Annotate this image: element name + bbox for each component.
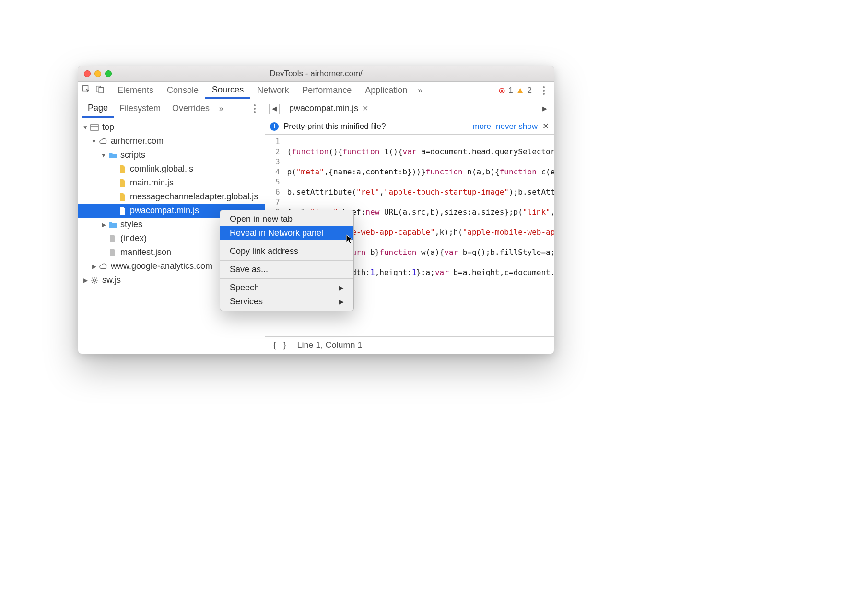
info-icon: i bbox=[270, 122, 279, 131]
ctx-services[interactable]: Services▶ bbox=[220, 295, 353, 309]
tree-domain-airhorner[interactable]: ▼ airhorner.com bbox=[78, 134, 265, 148]
warning-count[interactable]: 2 bbox=[528, 86, 532, 95]
frame-icon bbox=[90, 124, 99, 131]
tree-file-main[interactable]: main.min.js bbox=[78, 176, 265, 190]
tree-label: comlink.global.js bbox=[130, 164, 193, 174]
tabs-overflow-icon[interactable]: » bbox=[414, 82, 426, 99]
main-tab-list: Elements Console Sources Network Perform… bbox=[111, 82, 414, 99]
menu-separator bbox=[220, 278, 353, 279]
ctx-save-as[interactable]: Save as... bbox=[220, 263, 353, 276]
tree-label: styles bbox=[120, 219, 142, 230]
tree-folder-scripts[interactable]: ▼ scripts bbox=[78, 148, 265, 162]
tree-top-frame[interactable]: ▼ top bbox=[78, 120, 265, 134]
infobar-never-link[interactable]: never show bbox=[496, 122, 538, 131]
sidebar-tabs: Page Filesystem Overrides » bbox=[78, 99, 265, 118]
file-icon bbox=[108, 235, 117, 242]
js-file-icon bbox=[117, 207, 127, 215]
toolbar-icons bbox=[82, 82, 111, 99]
pretty-print-infobar: i Pretty-print this minified file? more … bbox=[265, 118, 554, 135]
expand-icon[interactable]: ▼ bbox=[82, 124, 89, 131]
infobar-text: Pretty-print this minified file? bbox=[283, 122, 386, 131]
sidebar-tab-page[interactable]: Page bbox=[82, 99, 114, 118]
nav-forward-icon[interactable]: ▶ bbox=[540, 104, 550, 114]
tree-label: top bbox=[102, 122, 114, 132]
sidebar-tab-filesystem[interactable]: Filesystem bbox=[114, 99, 166, 118]
close-icon[interactable]: ✕ bbox=[542, 121, 549, 131]
minimize-button[interactable] bbox=[94, 70, 101, 77]
expand-icon[interactable]: ▶ bbox=[91, 263, 97, 270]
ctx-copy-link[interactable]: Copy link address bbox=[220, 244, 353, 258]
svg-rect-2 bbox=[99, 87, 103, 93]
tree-label: airhorner.com bbox=[111, 136, 164, 146]
js-file-icon bbox=[117, 165, 127, 173]
cloud-icon bbox=[98, 263, 108, 270]
tree-label: messagechanneladapter.global.js bbox=[130, 192, 258, 202]
folder-icon bbox=[108, 221, 117, 229]
status-indicators: ⊗ 1 ▲ 2 bbox=[498, 82, 549, 99]
ctx-reveal-network[interactable]: Reveal in Network panel bbox=[220, 226, 353, 240]
main-tabs-bar: Elements Console Sources Network Perform… bbox=[78, 82, 554, 99]
expand-icon[interactable]: ▼ bbox=[91, 138, 97, 145]
ctx-speech[interactable]: Speech▶ bbox=[220, 281, 353, 295]
editor-tabs: ◀ pwacompat.min.js ✕ ▶ bbox=[265, 99, 554, 118]
file-icon bbox=[108, 249, 117, 256]
tab-console[interactable]: Console bbox=[160, 82, 205, 99]
infobar-more-link[interactable]: more bbox=[472, 122, 491, 131]
menu-separator bbox=[220, 242, 353, 242]
folder-icon bbox=[108, 151, 117, 159]
ctx-open-new-tab[interactable]: Open in new tab bbox=[220, 212, 353, 226]
error-count[interactable]: 1 bbox=[508, 86, 513, 95]
window-title: DevTools - airhorner.com/ bbox=[78, 69, 554, 79]
tab-sources[interactable]: Sources bbox=[205, 82, 250, 99]
tab-application[interactable]: Application bbox=[358, 82, 414, 99]
tree-label: scripts bbox=[120, 150, 145, 160]
titlebar: DevTools - airhorner.com/ bbox=[78, 66, 554, 82]
gear-icon bbox=[90, 276, 99, 284]
editor-statusbar: { } Line 1, Column 1 bbox=[265, 336, 554, 354]
tab-elements[interactable]: Elements bbox=[111, 82, 160, 99]
submenu-arrow-icon: ▶ bbox=[339, 284, 344, 291]
cursor-position: Line 1, Column 1 bbox=[297, 340, 363, 350]
expand-icon[interactable]: ▶ bbox=[82, 277, 89, 284]
context-menu: Open in new tab Reveal in Network panel … bbox=[220, 210, 354, 311]
svg-point-5 bbox=[93, 279, 95, 281]
nav-back-icon[interactable]: ◀ bbox=[269, 104, 280, 114]
tab-performance[interactable]: Performance bbox=[295, 82, 358, 99]
js-file-icon bbox=[117, 179, 127, 187]
sidebar-overflow-icon[interactable]: » bbox=[215, 99, 227, 118]
tree-file-messagechannel[interactable]: messagechanneladapter.global.js bbox=[78, 190, 265, 204]
tree-label: (index) bbox=[120, 233, 147, 243]
sidebar-tab-overrides[interactable]: Overrides bbox=[166, 99, 215, 118]
warning-icon[interactable]: ▲ bbox=[516, 85, 525, 95]
device-toggle-icon[interactable] bbox=[95, 85, 104, 96]
tree-label: main.min.js bbox=[130, 178, 174, 188]
tree-label: www.google-analytics.com bbox=[111, 261, 212, 271]
sidebar-more-icon[interactable] bbox=[241, 99, 265, 118]
close-button[interactable] bbox=[84, 70, 91, 77]
window-controls bbox=[84, 70, 112, 77]
tree-file-comlink[interactable]: comlink.global.js bbox=[78, 162, 265, 176]
maximize-button[interactable] bbox=[105, 70, 112, 77]
error-icon[interactable]: ⊗ bbox=[498, 85, 505, 96]
inspect-icon[interactable] bbox=[82, 85, 91, 96]
close-icon[interactable]: ✕ bbox=[362, 104, 368, 113]
tree-label: pwacompat.min.js bbox=[130, 206, 199, 216]
editor-tab-label: pwacompat.min.js bbox=[289, 104, 358, 114]
settings-menu-icon[interactable] bbox=[539, 86, 549, 95]
expand-icon[interactable]: ▼ bbox=[100, 152, 107, 159]
submenu-arrow-icon: ▶ bbox=[339, 298, 344, 305]
tree-label: manifest.json bbox=[120, 247, 171, 257]
tree-label: sw.js bbox=[102, 275, 121, 285]
editor-tab-pwacompat[interactable]: pwacompat.min.js ✕ bbox=[284, 99, 373, 118]
js-file-icon bbox=[117, 193, 127, 201]
svg-rect-3 bbox=[91, 125, 98, 130]
expand-icon[interactable]: ▶ bbox=[100, 221, 107, 228]
tab-network[interactable]: Network bbox=[250, 82, 295, 99]
menu-separator bbox=[220, 260, 353, 261]
cloud-icon bbox=[98, 138, 108, 145]
pretty-print-icon[interactable]: { } bbox=[272, 340, 288, 350]
